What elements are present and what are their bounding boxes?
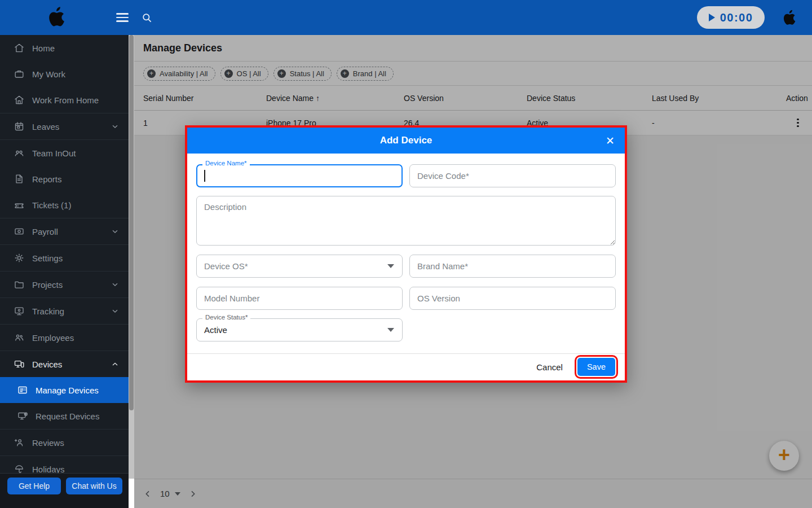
sidebar-item-label: Request Devices — [36, 411, 99, 421]
os-version-input[interactable] — [409, 287, 616, 310]
sidebar-nav: HomeMy WorkWork From HomeLeavesTeam InOu… — [0, 35, 129, 473]
chevron-down-icon — [111, 227, 120, 236]
sidebar-item-label: Projects — [32, 280, 63, 290]
play-icon[interactable] — [709, 14, 715, 21]
house-icon — [14, 94, 25, 106]
folder-icon — [14, 279, 25, 290]
monitor-icon — [14, 305, 25, 317]
device-os-placeholder: Device OS* — [204, 261, 248, 271]
sidebar-item-home[interactable]: Home — [0, 35, 129, 61]
sidebar-item-projects[interactable]: Projects — [0, 271, 129, 297]
sidebar-item-label: Holidays — [32, 465, 65, 474]
sidebar-item-label: Work From Home — [32, 95, 99, 105]
home-icon — [14, 42, 25, 54]
model-number-input[interactable] — [196, 287, 403, 310]
device-status-select[interactable]: Active — [196, 318, 403, 341]
menu-icon[interactable] — [116, 13, 129, 22]
sidebar-item-employees[interactable]: Employees — [0, 325, 129, 351]
scrollbar-thumb[interactable] — [129, 35, 134, 410]
sidebar-item-label: Payroll — [32, 227, 58, 237]
dropdown-arrow-icon — [387, 264, 394, 268]
get-help-button[interactable]: Get Help — [7, 478, 61, 494]
devices-icon — [14, 358, 25, 370]
sidebar-help-panel: Get Help Chat with Us — [0, 473, 129, 508]
gear-icon — [14, 252, 25, 264]
ticket-icon — [14, 199, 25, 211]
timer-value: 00:00 — [720, 11, 753, 24]
sidebar-item-label: My Work — [32, 69, 65, 79]
sidebar-item-label: Manage Devices — [36, 386, 99, 395]
device-os-select[interactable]: Device OS* — [196, 255, 403, 278]
apple-logo[interactable] — [46, 6, 65, 29]
sidebar-item-reports[interactable]: Reports — [0, 166, 129, 192]
chevron-down-icon — [111, 280, 120, 289]
text-cursor — [204, 170, 205, 182]
device-status-value: Active — [204, 325, 227, 335]
close-icon[interactable]: ✕ — [606, 128, 615, 154]
chevron-down-icon — [111, 122, 120, 131]
sidebar-item-label: Tracking — [32, 306, 64, 316]
add-device-modal: Add Device ✕ Device Name* Device OS* — [185, 125, 627, 383]
sidebar-item-reviews[interactable]: Reviews — [0, 430, 129, 456]
sidebar-item-my-work[interactable]: My Work — [0, 61, 129, 87]
device-list-icon — [17, 384, 28, 396]
people-icon — [14, 332, 25, 343]
sidebar: HomeMy WorkWork From HomeLeavesTeam InOu… — [0, 35, 129, 508]
chevron-up-icon — [111, 360, 120, 369]
modal-body: Device Name* Device OS* — [187, 164, 625, 341]
sidebar-item-tickets-1[interactable]: Tickets (1) — [0, 192, 129, 218]
sidebar-item-holidays[interactable]: Holidays — [0, 456, 129, 473]
sidebar-item-request-devices[interactable]: Request Devices — [0, 403, 129, 429]
umbrella-icon — [14, 463, 25, 473]
device-code-input[interactable] — [409, 164, 616, 187]
person-star-icon — [14, 437, 25, 448]
description-textarea[interactable] — [196, 196, 616, 246]
device-name-input[interactable] — [196, 164, 403, 187]
sidebar-item-label: Settings — [32, 253, 63, 263]
sidebar-scrollbar[interactable] — [129, 35, 134, 479]
report-icon — [14, 173, 25, 185]
brand-name-input[interactable] — [409, 255, 616, 278]
top-app-bar: 00:00 — [0, 0, 812, 35]
briefcase-icon — [14, 68, 25, 80]
sidebar-item-label: Devices — [32, 360, 62, 369]
apple-logo-right — [782, 9, 796, 27]
sidebar-item-work-from-home[interactable]: Work From Home — [0, 87, 129, 113]
cancel-button[interactable]: Cancel — [536, 362, 563, 372]
search-icon[interactable] — [142, 12, 152, 23]
save-button[interactable]: Save — [577, 358, 615, 376]
sidebar-item-label: Home — [32, 43, 55, 53]
calendar-icon — [14, 121, 25, 132]
dropdown-arrow-icon — [387, 328, 394, 332]
sidebar-item-manage-devices[interactable]: Manage Devices — [0, 377, 129, 403]
sidebar-item-label: Team InOut — [32, 148, 76, 158]
modal-header: Add Device ✕ — [187, 128, 625, 154]
device-status-label: Device Status* — [202, 314, 250, 321]
sidebar-item-team-inout[interactable]: Team InOut — [0, 140, 129, 166]
sidebar-item-payroll[interactable]: Payroll — [0, 218, 129, 244]
chevron-down-icon — [111, 306, 120, 316]
device-request-icon — [17, 410, 28, 422]
sidebar-item-label: Reviews — [32, 438, 64, 448]
sidebar-item-label: Tickets (1) — [32, 200, 71, 210]
sidebar-item-devices[interactable]: Devices — [0, 351, 129, 377]
modal-footer: Cancel Save — [187, 353, 625, 380]
team-icon — [14, 147, 25, 159]
device-name-label: Device Name* — [202, 160, 250, 167]
payroll-icon — [14, 226, 25, 237]
timer-widget[interactable]: 00:00 — [697, 6, 765, 29]
chat-with-us-button[interactable]: Chat with Us — [66, 478, 122, 494]
modal-title: Add Device — [380, 135, 433, 146]
sidebar-item-leaves[interactable]: Leaves — [0, 113, 129, 139]
sidebar-item-tracking[interactable]: Tracking — [0, 298, 129, 324]
sidebar-item-label: Employees — [32, 333, 74, 343]
sidebar-item-label: Leaves — [32, 122, 59, 132]
sidebar-item-label: Reports — [32, 174, 62, 184]
sidebar-item-settings[interactable]: Settings — [0, 245, 129, 271]
